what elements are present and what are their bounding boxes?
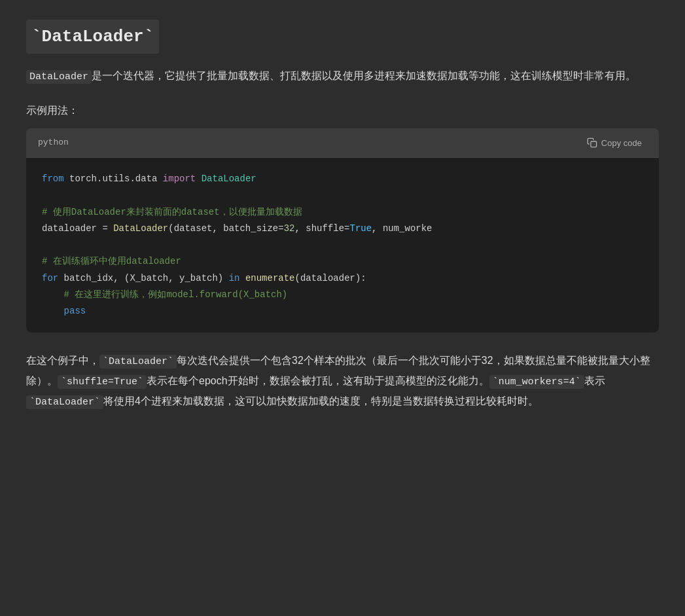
code-block-body: from torch.utils.data import DataLoader …: [26, 158, 659, 333]
svg-rect-0: [591, 141, 597, 147]
inline-code-num-workers: `num_workers=4`: [489, 375, 584, 389]
inline-code-dataloader-2: `DataLoader`: [99, 355, 177, 369]
inline-code-shuffle: `shuffle=True`: [58, 375, 147, 389]
copy-code-button[interactable]: Copy code: [582, 135, 647, 151]
inline-code-dataloader-3: `DataLoader`: [26, 395, 103, 409]
copy-button-label: Copy code: [601, 138, 642, 148]
code-language-label: python: [38, 136, 69, 150]
code-content: from torch.utils.data import DataLoader …: [42, 171, 643, 319]
copy-icon: [587, 137, 597, 148]
description-text: DataLoader是一个迭代器，它提供了批量加载数据、打乱数据以及使用多进程来…: [26, 67, 659, 86]
code-block-header: python Copy code: [26, 128, 659, 158]
description-body: 是一个迭代器，它提供了批量加载数据、打乱数据以及使用多进程来加速数据加载等功能，…: [92, 70, 636, 81]
page-title: `DataLoader`: [26, 20, 159, 54]
inline-code-dataloader: DataLoader: [26, 70, 92, 84]
post-description: 在这个例子中，`DataLoader`每次迭代会提供一个包含32个样本的批次（最…: [26, 351, 659, 411]
section-label: 示例用法：: [26, 101, 659, 119]
code-block-wrapper: python Copy code from torch.utils.data i…: [26, 128, 659, 333]
